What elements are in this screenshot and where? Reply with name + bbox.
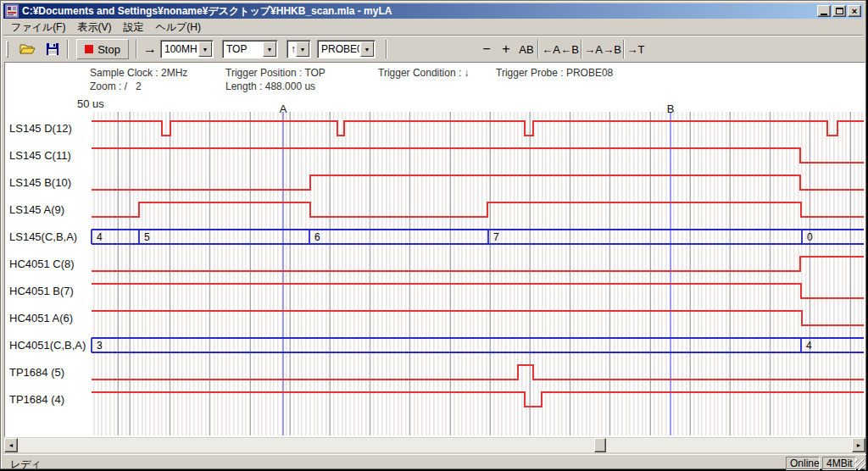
status-online-badge: Online [786, 457, 820, 470]
dropdown-arrow-icon[interactable]: ▼ [296, 42, 309, 57]
app-icon [5, 4, 19, 18]
zoom-out-button[interactable]: − [478, 39, 495, 59]
maximize-icon [836, 8, 843, 14]
app-window: C:¥Documents and Settings¥noname¥デスクトップ¥… [0, 0, 866, 469]
channel-label: TP1684 (5) [9, 366, 64, 380]
menu-bar: ファイル(F) 表示(V) 設定 ヘルプ(H) [3, 19, 863, 35]
dropdown-arrow-icon[interactable]: ▼ [263, 42, 276, 57]
status-memory-badge: 4MBit [822, 457, 856, 470]
marker-a-line[interactable] [282, 112, 284, 435]
goto-a-right-button[interactable]: →A [583, 39, 604, 59]
channel-label: LS145 D(12) [9, 122, 72, 136]
toolbar-separator [581, 40, 582, 58]
dropdown-arrow-icon[interactable]: ▼ [198, 42, 212, 57]
marker-a-label: A [275, 103, 292, 115]
trigger-edge-value: ↑ [287, 43, 295, 55]
goto-b-left-button[interactable]: ←B [559, 39, 580, 59]
channel-label: HC4051 B(7) [9, 285, 74, 298]
channel-label: HC4051 C(8) [9, 258, 75, 271]
toolbar-grip[interactable] [6, 41, 8, 58]
status-ready-text: レディ [10, 457, 42, 471]
resize-grip-icon[interactable] [854, 459, 865, 470]
stop-icon [85, 45, 93, 53]
status-bar: レディ Online 4MBit [3, 454, 866, 470]
minimize-button[interactable] [817, 5, 831, 17]
menu-view[interactable]: 表示(V) [71, 19, 117, 36]
trigger-position-info: Trigger Position : TOP [225, 67, 326, 79]
dropdown-arrow-icon[interactable]: ▼ [360, 42, 374, 57]
forward-arrow-icon: → [143, 42, 157, 57]
close-icon: × [852, 7, 857, 15]
trigger-probe-info: Trigger Probe : PROBE08 [496, 67, 613, 79]
horizontal-scrollbar[interactable]: ◄ ► [4, 438, 865, 452]
trigger-position-value: TOP [223, 43, 262, 55]
channel-label: LS145 A(9) [9, 203, 64, 217]
toolbar-separator [537, 40, 539, 58]
length-info: Length : 488.000 us [225, 80, 315, 92]
scroll-left-button[interactable]: ◄ [4, 438, 18, 452]
toolbar: Stop → 100MHz ▼ TOP ▼ ↑ ▼ PROBE00 ▼ − + … [3, 35, 863, 61]
single-run-button[interactable]: → [142, 39, 159, 59]
save-button[interactable] [42, 39, 64, 59]
window-title: C:¥Documents and Settings¥noname¥デスクトップ¥… [22, 4, 815, 19]
toolbar-separator [623, 40, 625, 58]
trigger-edge-combo[interactable]: ↑ ▼ [287, 40, 311, 58]
toolbar-separator [67, 40, 69, 58]
toolbar-separator [386, 40, 387, 58]
menu-help[interactable]: ヘルプ(H) [149, 19, 207, 36]
channel-label: LS145(C,B,A) [9, 230, 77, 244]
scroll-right-button[interactable]: ► [852, 438, 865, 452]
stop-button[interactable]: Stop [76, 39, 129, 59]
marker-b-line[interactable] [670, 112, 671, 435]
menu-settings[interactable]: 設定 [117, 19, 149, 36]
sample-clock-info: Sample Clock : 2MHz [90, 67, 187, 79]
probe-combo[interactable]: PROBE00 ▼ [317, 40, 376, 58]
time-scale-label: 50 us [77, 97, 104, 110]
goto-trigger-button[interactable]: →T [626, 39, 646, 59]
sample-rate-value: 100MHz [161, 43, 198, 55]
minimize-icon [821, 14, 827, 15]
channel-label: TP1684 (4) [9, 393, 64, 407]
goto-b-right-button[interactable]: →B [602, 39, 622, 59]
maximize-button[interactable] [832, 5, 846, 17]
channel-label: LS145 B(10) [9, 176, 71, 190]
trigger-position-combo[interactable]: TOP ▼ [222, 40, 278, 58]
probe-value: PROBE00 [318, 43, 359, 55]
close-button[interactable]: × [848, 5, 861, 17]
stop-label: Stop [97, 43, 120, 56]
toolbar-separator [136, 40, 137, 58]
channel-label: LS145 C(11) [9, 149, 71, 163]
scrollbar-thumb[interactable] [594, 438, 606, 452]
open-file-button[interactable] [17, 39, 39, 59]
goto-a-left-button[interactable]: ←A [541, 39, 561, 59]
ab-button[interactable]: AB [516, 39, 537, 59]
open-folder-icon [19, 42, 36, 56]
floppy-disk-icon [46, 42, 59, 56]
title-bar[interactable]: C:¥Documents and Settings¥noname¥デスクトップ¥… [3, 3, 863, 19]
sample-rate-combo[interactable]: 100MHz ▼ [160, 40, 214, 58]
menu-file[interactable]: ファイル(F) [5, 19, 71, 36]
marker-b-label: B [662, 103, 679, 115]
channel-label: HC4051(C,B,A) [9, 339, 86, 352]
trigger-condition-info: Trigger Condition : ↓ [378, 67, 470, 79]
channel-label: HC4051 A(6) [9, 312, 73, 325]
zoom-info: Zoom : / 2 [90, 80, 142, 92]
zoom-in-button[interactable]: + [498, 39, 515, 59]
waveform-grid[interactable] [92, 112, 864, 435]
